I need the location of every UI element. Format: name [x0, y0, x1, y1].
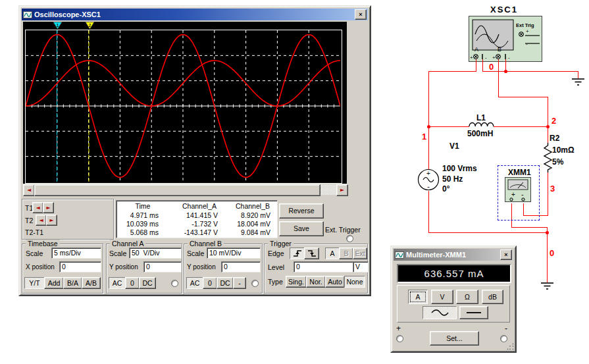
trigger-level-field[interactable]: 0	[294, 261, 354, 273]
channel-a-scale-label: Scale	[109, 249, 126, 257]
l1-label: L1	[476, 113, 486, 122]
timebase-ba-button[interactable]: B/A	[63, 277, 82, 289]
t1-right-button[interactable]: ►	[43, 202, 54, 213]
trigger-type-auto-button[interactable]: Auto	[325, 276, 345, 288]
multimeter-titlebar[interactable]: Multimeter-XMM1 ×	[394, 249, 513, 261]
trigger-source-a-button[interactable]: A	[325, 247, 340, 259]
col-channel-b: Channel_B	[230, 202, 276, 211]
scrollbar-right-icon[interactable]: ►	[336, 184, 348, 196]
wire	[428, 191, 429, 233]
trigger-source-b-button[interactable]: B	[339, 247, 353, 259]
timebase-yt-button[interactable]: Y/T	[24, 277, 45, 289]
ac-signal-button[interactable]	[423, 306, 457, 319]
readout-table: Time Channel_A Channel_B 4.971 ms 141.41…	[116, 200, 278, 238]
channel-b-scale-field[interactable]: 10 mV/Div	[207, 247, 261, 259]
timebase-scale-label: Scale	[26, 249, 43, 257]
t2-a: -1.732 V	[169, 220, 230, 228]
positive-terminal[interactable]	[396, 335, 403, 342]
multimeter-mode-group: A V Ω dB	[397, 285, 510, 323]
trigger-source-ext-button[interactable]: Ext	[353, 247, 367, 259]
node-label-2: 2	[551, 116, 556, 126]
multimeter-instrument-icon[interactable]: + -	[505, 177, 531, 202]
a-minus: -	[485, 55, 487, 61]
ac-source-symbol[interactable]: + -	[417, 169, 440, 191]
wire	[482, 59, 483, 72]
ground-symbol[interactable]	[571, 78, 585, 87]
channel-a-ypos-field[interactable]: 0	[143, 261, 182, 273]
resistor-symbol[interactable]	[543, 143, 553, 172]
junction-dot	[546, 231, 549, 234]
channel-a-scale-field[interactable]: 50 V/Div	[129, 247, 182, 259]
app-icon	[23, 11, 32, 18]
svg-text:1: 1	[57, 23, 59, 28]
scope-plot	[26, 30, 340, 182]
oscilloscope-instrument-icon[interactable]: Ext Trig + - A B + - + -	[469, 16, 542, 62]
t2-left-button[interactable]: ◄	[36, 215, 47, 226]
xmm-minus: -	[521, 190, 524, 198]
trigger-rising-edge-button[interactable]	[290, 247, 305, 259]
wire	[428, 71, 476, 72]
negative-terminal[interactable]	[500, 335, 507, 342]
node-label-3: 3	[550, 184, 555, 194]
desktop: Oscilloscope-XSC1 × 12 ◄ ► T1 ◄ ► T2 ◄ ►…	[0, 0, 589, 364]
t2-right-button[interactable]: ►	[46, 215, 57, 226]
scrollbar-left-icon[interactable]: ◄	[23, 184, 35, 196]
channel-b-terminal-label: B	[498, 46, 501, 53]
ground-symbol[interactable]	[540, 282, 554, 291]
channel-b-ac-button[interactable]: AC	[186, 277, 203, 289]
channel-b-dc-button[interactable]: DC	[217, 277, 234, 289]
ext-trigger-radio[interactable]	[346, 235, 353, 242]
channel-b-zero-button[interactable]: 0	[203, 277, 217, 289]
wire	[498, 59, 499, 97]
wire	[498, 97, 548, 97]
channel-a-caption: Channel A	[110, 240, 145, 247]
ohm-mode-button[interactable]: Ω	[456, 290, 478, 304]
node-label-0-bottom: 0	[550, 248, 554, 258]
timebase-scale-field[interactable]: 5 ms/Div	[51, 247, 101, 259]
trigger-type-none-button[interactable]: None	[344, 276, 365, 288]
wire	[428, 126, 469, 127]
timebase-ab-button[interactable]: A/B	[82, 277, 101, 289]
multimeter-display: 636.557 mA	[397, 264, 511, 283]
timebase-add-button[interactable]: Add	[44, 277, 64, 289]
cursor-T2[interactable]: 2	[85, 22, 95, 30]
col-time: Time	[116, 202, 169, 211]
close-icon[interactable]: ×	[355, 9, 367, 20]
t1-left-button[interactable]: ◄	[32, 202, 43, 213]
scope-scrollbar[interactable]: ◄ ►	[23, 184, 347, 195]
dc-line-icon	[466, 311, 482, 315]
trigger-group: Trigger Edge A B Ext Level 0 V Type Sing…	[264, 244, 368, 294]
channel-b-minus-button[interactable]: -	[233, 277, 246, 289]
channel-a-ac-button[interactable]: AC	[109, 277, 126, 289]
channel-a-radio[interactable]	[171, 280, 178, 287]
db-mode-button[interactable]: dB	[482, 290, 503, 304]
channel-b-radio[interactable]	[251, 280, 259, 287]
channel-a-zero-button[interactable]: 0	[125, 277, 140, 289]
source-plus: +	[426, 170, 430, 177]
scrollbar-thumb[interactable]	[34, 184, 320, 196]
b-plus: +	[492, 55, 496, 61]
channel-a-dc-button[interactable]: DC	[139, 277, 156, 289]
set-button[interactable]: Set...	[430, 331, 479, 346]
junction-dot	[546, 125, 550, 128]
channel-b-ypos-field[interactable]: 0	[221, 261, 261, 273]
volt-mode-button[interactable]: V	[431, 290, 453, 304]
trigger-level-unit[interactable]: V	[353, 261, 369, 273]
trigger-caption: Trigger	[268, 240, 294, 247]
timebase-xpos-field[interactable]: 0	[59, 261, 101, 273]
a-plus: +	[470, 55, 473, 61]
save-button[interactable]: Save	[279, 221, 324, 236]
reverse-button[interactable]: Reverse	[279, 203, 324, 219]
close-icon[interactable]: ×	[500, 249, 512, 260]
ampere-mode-button[interactable]: A	[408, 290, 428, 304]
dc-signal-button[interactable]	[459, 306, 488, 319]
trigger-falling-edge-button[interactable]	[304, 247, 319, 259]
oscilloscope-titlebar[interactable]: Oscilloscope-XSC1 ×	[22, 9, 368, 20]
resize-grip[interactable]	[507, 343, 515, 351]
trigger-edge-label: Edge	[268, 249, 284, 257]
trigger-level-label: Level	[268, 263, 284, 271]
trigger-type-nor-button[interactable]: Nor.	[306, 276, 326, 288]
trigger-type-sing-button[interactable]: Sing.	[286, 276, 307, 288]
cursor-T1[interactable]: 1	[53, 22, 63, 30]
dt-a: -143.147 V	[169, 228, 230, 237]
